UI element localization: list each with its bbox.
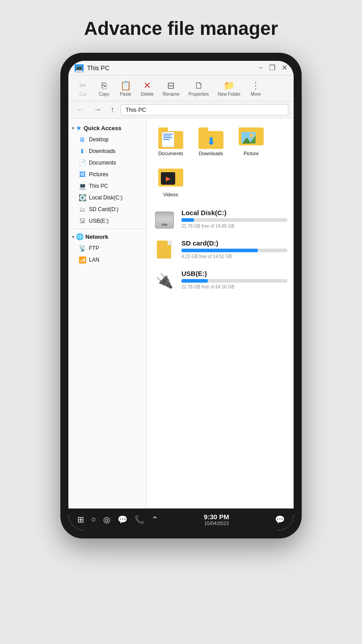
- docs-overlay: [162, 132, 174, 147]
- forward-button[interactable]: →: [91, 104, 104, 115]
- sidebar-item-lan[interactable]: 📶 LAN: [68, 254, 146, 266]
- sidebar-item-desktop[interactable]: 🖥 Desktop: [68, 134, 146, 145]
- status-bar-time: 9:30 PM: [204, 513, 229, 521]
- quick-access-chevron: ▾: [72, 126, 74, 131]
- folder-videos[interactable]: ▶ Videos: [153, 166, 189, 200]
- sd-card-bar-fill: [181, 249, 258, 252]
- local-disk-name: Local Disk(C:): [181, 209, 287, 216]
- multitask-icon[interactable]: ⊞: [77, 515, 84, 525]
- phone-icon[interactable]: 📞: [135, 515, 144, 525]
- sidebar-item-this-pc[interactable]: 💻 This PC: [68, 180, 146, 192]
- paste-label: Paste: [120, 92, 131, 97]
- sidebar-item-downloads[interactable]: ⬇ Downloads: [68, 145, 146, 157]
- sidebar-documents-label: Documents: [89, 160, 116, 166]
- minimize-button[interactable]: −: [259, 64, 263, 72]
- sidebar-item-documents[interactable]: 📄 Documents: [68, 157, 146, 169]
- cut-label: Cut: [79, 92, 86, 97]
- sidebar-item-ftp[interactable]: 📡 FTP: [68, 242, 146, 254]
- sd-card-name: SD card(D:): [181, 239, 287, 247]
- sidebar-item-usb[interactable]: 🖫 USB(E:): [68, 215, 146, 227]
- sd-card-free: 4.22 GB free of 14.51 GB: [181, 254, 287, 259]
- documents-icon: 📄: [78, 159, 86, 166]
- cut-icon: ✂: [79, 80, 87, 91]
- pictures-folder-icon: [239, 127, 264, 149]
- up-button[interactable]: ↑: [108, 104, 117, 115]
- more-label: More: [251, 92, 261, 97]
- local-disk-info: Local Disk(C:) 21.78 GB free of 24.89 GB: [181, 209, 287, 229]
- video-overlay: ▶: [161, 172, 175, 185]
- status-bar-right: 💬: [275, 515, 285, 525]
- downloads-folder-label: Downloads: [199, 151, 223, 156]
- cut-button[interactable]: ✂ Cut: [73, 78, 93, 98]
- sd-card-notch: [168, 241, 172, 245]
- sidebar-item-pictures[interactable]: 🖼 Pictures: [68, 169, 146, 180]
- browser-icon[interactable]: ◎: [103, 515, 110, 525]
- folder-grid-row2: ▶ Videos: [153, 166, 287, 200]
- sidebar-downloads-label: Downloads: [89, 148, 115, 154]
- sidebar-desktop-label: Desktop: [89, 136, 109, 143]
- new-folder-label: New Folder: [218, 92, 240, 97]
- usb-icon: 🖫: [78, 217, 86, 225]
- copy-icon: ⎘: [101, 80, 107, 91]
- maximize-button[interactable]: ❐: [269, 64, 275, 72]
- file-area: Documents ⬇ Downloads: [147, 119, 294, 508]
- main-area: ▾ ★ Quick Access 🖥 Desktop ⬇ Downloads 📄…: [68, 119, 294, 508]
- local-disk-icon: 💽: [78, 194, 86, 201]
- notification-icon[interactable]: 💬: [275, 515, 285, 525]
- status-bar-time-block: 9:30 PM 15/04/2023: [204, 513, 229, 526]
- sd-card-info: SD card(D:) 4.22 GB free of 14.51 GB: [181, 239, 287, 259]
- lan-icon: 📶: [78, 256, 86, 263]
- status-bar: ⊞ ○ ◎ 💬 📞 ⌃ 9:30 PM 15/04/2023 💬: [68, 508, 294, 530]
- toolbar: ✂ Cut ⎘ Copy 📋 Paste ✕ Delete ⊟ Rename 🗋: [68, 76, 294, 102]
- rename-label: Rename: [163, 92, 180, 97]
- sidebar-item-sd-card[interactable]: 🗂 SD Card(D:): [68, 203, 146, 215]
- breadcrumb[interactable]: This PC: [121, 104, 288, 115]
- delete-icon: ✕: [143, 80, 151, 91]
- folder-pictures[interactable]: Picture: [233, 125, 269, 159]
- new-folder-icon: 📁: [223, 80, 235, 91]
- properties-icon: 🗋: [194, 80, 203, 91]
- folder-downloads[interactable]: ⬇ Downloads: [193, 125, 229, 159]
- rename-button[interactable]: ⊟ Rename: [159, 78, 183, 98]
- delete-button[interactable]: ✕ Delete: [137, 78, 157, 98]
- docs-lines: [163, 134, 173, 140]
- more-button[interactable]: ⋮ More: [246, 78, 265, 98]
- drive-usb[interactable]: 🔌 USB(E:) 21.78 GB free of 64.10 GB: [153, 270, 287, 292]
- chat-icon[interactable]: 💬: [118, 515, 127, 525]
- copy-label: Copy: [99, 92, 109, 97]
- back-button[interactable]: ←: [74, 104, 87, 115]
- folder-documents[interactable]: Documents: [153, 125, 189, 159]
- sidebar-item-local-disk[interactable]: 💽 Local Disk(C:): [68, 192, 146, 203]
- status-bar-date: 15/04/2023: [204, 521, 229, 526]
- copy-button[interactable]: ⎘ Copy: [94, 79, 114, 98]
- sidebar-lan-label: LAN: [89, 257, 99, 263]
- sidebar-divider: [68, 229, 146, 229]
- quick-access-star-icon: ★: [76, 124, 82, 131]
- delete-label: Delete: [141, 92, 154, 97]
- sidebar-quick-access-header[interactable]: ▾ ★ Quick Access: [68, 122, 146, 134]
- ftp-icon: 📡: [78, 245, 86, 252]
- downloads-folder-icon: ⬇: [198, 127, 223, 149]
- app-icon: 💻: [75, 64, 84, 72]
- paste-button[interactable]: 📋 Paste: [116, 78, 135, 98]
- home-icon[interactable]: ○: [91, 515, 96, 524]
- chevron-up-icon[interactable]: ⌃: [152, 515, 158, 525]
- sidebar-network-header[interactable]: ▾ 🌐 Network: [68, 231, 146, 242]
- sun-icon: [250, 134, 253, 137]
- videos-folder-icon: ▶: [158, 169, 183, 190]
- this-pc-icon: 💻: [78, 182, 86, 190]
- sidebar: ▾ ★ Quick Access 🖥 Desktop ⬇ Downloads 📄…: [68, 119, 147, 508]
- desktop-icon: 🖥: [78, 136, 86, 143]
- nav-bar: ← → ↑ This PC: [68, 102, 294, 119]
- drive-local-disk[interactable]: Local Disk(C:) 21.78 GB free of 24.89 GB: [153, 209, 287, 231]
- drive-sd-card[interactable]: SD card(D:) 4.22 GB free of 14.51 GB: [153, 239, 287, 262]
- close-button[interactable]: ✕: [282, 64, 287, 72]
- more-icon: ⋮: [251, 80, 260, 91]
- properties-button[interactable]: 🗋 Properties: [185, 79, 213, 98]
- sidebar-pictures-label: Pictures: [89, 171, 108, 178]
- sd-card-bar-bg: [181, 249, 287, 252]
- usb-name: USB(E:): [181, 270, 287, 277]
- sidebar-ftp-label: FTP: [89, 245, 99, 251]
- pictures-icon: 🖼: [78, 171, 86, 178]
- new-folder-button[interactable]: 📁 New Folder: [214, 78, 244, 98]
